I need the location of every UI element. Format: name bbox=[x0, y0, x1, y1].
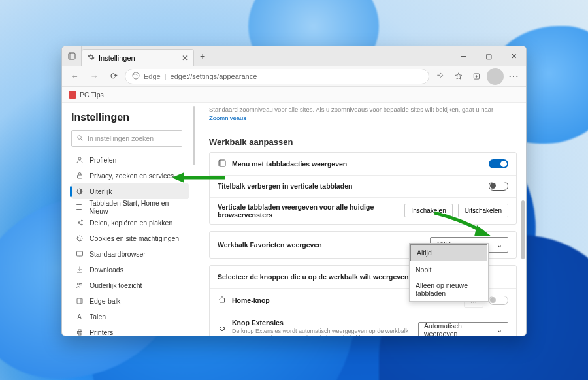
close-window-button[interactable]: ✕ bbox=[501, 46, 526, 66]
address-bar: ← → ⟳ Edge | edge://settings/appearance … bbox=[62, 66, 526, 87]
svg-point-5 bbox=[78, 157, 81, 160]
tab-title: Instellingen bbox=[99, 54, 135, 62]
nav-edgebar[interactable]: Edge-balk bbox=[71, 293, 189, 309]
maximize-button[interactable]: ▢ bbox=[476, 46, 501, 66]
zoom-hint: Standaard zoomniveau voor alle sites. Al… bbox=[209, 105, 517, 127]
tab-icon bbox=[75, 203, 83, 212]
nav-start[interactable]: Tabbladen Start, Home en Nieuw bbox=[71, 199, 189, 215]
zoom-levels-link[interactable]: Zoomniveaus bbox=[209, 114, 246, 121]
dropdown-opt-always[interactable]: Altijd bbox=[410, 244, 487, 261]
browser-tab[interactable]: Instellingen ✕ bbox=[82, 49, 194, 66]
dropdown-opt-newtabs[interactable]: Alleen op nieuwe tabbladen bbox=[410, 277, 488, 301]
row-tab-actions: Menu met tabbladacties weergeven bbox=[210, 153, 516, 175]
nav-share[interactable]: Delen, kopiëren en plakken bbox=[71, 215, 189, 230]
extension-icon bbox=[218, 325, 227, 334]
nav-downloads[interactable]: Downloads bbox=[71, 262, 189, 277]
tab-actions-row-icon bbox=[218, 159, 227, 168]
favorites-bar-dropdown[interactable]: Altijd Nooit Alleen op nieuwe tabbladen bbox=[409, 243, 489, 302]
settings-search[interactable]: In instellingen zoeken bbox=[71, 130, 182, 147]
svg-rect-16 bbox=[77, 298, 82, 304]
svg-point-13 bbox=[79, 257, 80, 257]
svg-rect-8 bbox=[76, 205, 82, 210]
edge-icon bbox=[132, 72, 140, 81]
home-icon bbox=[218, 296, 227, 305]
edgebar-icon bbox=[75, 297, 84, 306]
url-text: edge://settings/appearance bbox=[171, 72, 257, 80]
disable-button[interactable]: Uitschakelen bbox=[458, 204, 508, 217]
chevron-down-icon: ⌄ bbox=[497, 326, 502, 334]
more-menu-icon[interactable]: ⋯ bbox=[505, 68, 522, 85]
row-vertical-tabs: Verticale tabbladen weergeven voor alle … bbox=[210, 197, 516, 224]
favorite-item[interactable]: PC Tips bbox=[80, 91, 104, 99]
browser-window: Instellingen ✕ + ─ ▢ ✕ ← → ⟳ Edge | edge… bbox=[61, 46, 527, 336]
toggle-tab-actions[interactable] bbox=[489, 159, 508, 168]
svg-point-15 bbox=[80, 283, 82, 285]
favorite-icon bbox=[69, 91, 76, 99]
language-icon: A bbox=[75, 313, 84, 321]
nav-default[interactable]: Standaardbrowser bbox=[71, 246, 189, 262]
enable-button[interactable]: Inschakelen bbox=[404, 204, 452, 217]
settings-sidebar: Instellingen In instellingen zoeken Prof… bbox=[62, 103, 193, 336]
nav-printers[interactable]: Printers bbox=[71, 325, 189, 336]
new-tab-button[interactable]: + bbox=[194, 46, 211, 66]
settings-main: Standaard zoomniveau voor alle sites. Al… bbox=[195, 103, 526, 336]
nav-appearance[interactable]: Uiterlijk bbox=[71, 183, 189, 199]
read-aloud-icon[interactable] bbox=[432, 68, 449, 85]
url-field[interactable]: Edge | edge://settings/appearance bbox=[125, 69, 429, 84]
gear-icon bbox=[88, 54, 95, 62]
printer-icon bbox=[75, 328, 84, 336]
svg-point-11 bbox=[80, 239, 80, 240]
share-icon bbox=[75, 219, 84, 227]
favorites-icon[interactable] bbox=[450, 68, 467, 85]
svg-point-4 bbox=[78, 135, 82, 139]
refresh-button[interactable]: ⟳ bbox=[105, 68, 122, 85]
svg-point-9 bbox=[77, 236, 82, 241]
svg-rect-22 bbox=[219, 160, 221, 166]
scrollbar[interactable] bbox=[521, 200, 525, 259]
close-tab-icon[interactable]: ✕ bbox=[182, 54, 188, 63]
lock-icon bbox=[75, 172, 84, 180]
profile-avatar[interactable] bbox=[487, 68, 504, 85]
profile-icon bbox=[75, 156, 84, 165]
svg-rect-6 bbox=[77, 175, 82, 178]
download-icon bbox=[75, 266, 84, 274]
nav-privacy[interactable]: Privacy, zoeken en services bbox=[71, 168, 189, 183]
appearance-icon bbox=[75, 187, 84, 196]
svg-rect-12 bbox=[76, 251, 82, 256]
search-placeholder: In instellingen zoeken bbox=[88, 135, 154, 142]
svg-point-14 bbox=[77, 283, 79, 285]
tab-actions-icon[interactable] bbox=[62, 46, 82, 66]
toggle-home[interactable] bbox=[489, 296, 508, 305]
sidebar-heading: Instellingen bbox=[71, 112, 189, 123]
family-icon bbox=[75, 281, 84, 290]
nav-family[interactable]: Ouderlijk toezicht bbox=[71, 277, 189, 293]
nav-cookies[interactable]: Cookies en site machtigingen bbox=[71, 230, 189, 246]
favorites-bar: PC Tips bbox=[62, 87, 526, 103]
chevron-down-icon: ⌄ bbox=[497, 241, 502, 249]
back-button[interactable]: ← bbox=[66, 68, 83, 85]
extensions-select[interactable]: Automatisch weergeven ⌄ bbox=[418, 322, 508, 336]
settings-nav: Profielen Privacy, zoeken en services Ui… bbox=[71, 152, 189, 336]
browser-icon bbox=[75, 250, 84, 259]
svg-rect-18 bbox=[78, 330, 81, 332]
nav-profiles[interactable]: Profielen bbox=[71, 152, 189, 168]
collections-icon[interactable] bbox=[468, 68, 485, 85]
toggle-hide-titlebar[interactable] bbox=[489, 182, 508, 191]
row-hide-titlebar: Titelbalk verbergen in verticale tabblad… bbox=[210, 175, 516, 197]
svg-rect-1 bbox=[69, 53, 71, 59]
dropdown-opt-never[interactable]: Nooit bbox=[410, 262, 488, 277]
svg-point-10 bbox=[78, 238, 79, 238]
minimize-button[interactable]: ─ bbox=[451, 46, 476, 66]
toolbar-panel: Menu met tabbladacties weergeven Titelba… bbox=[209, 152, 517, 225]
nav-languages[interactable]: ATalen bbox=[71, 309, 189, 325]
forward-button: → bbox=[86, 68, 103, 85]
row-extensions-button: Knop Extensies De knop Extensies wordt a… bbox=[210, 313, 516, 336]
svg-point-2 bbox=[133, 72, 139, 79]
cookies-icon bbox=[75, 234, 84, 243]
search-icon bbox=[76, 135, 84, 143]
url-edge-label: Edge bbox=[144, 72, 161, 80]
title-bar: Instellingen ✕ + ─ ▢ ✕ bbox=[62, 46, 526, 66]
section-toolbar-title: Werkbalk aanpassen bbox=[209, 137, 517, 147]
